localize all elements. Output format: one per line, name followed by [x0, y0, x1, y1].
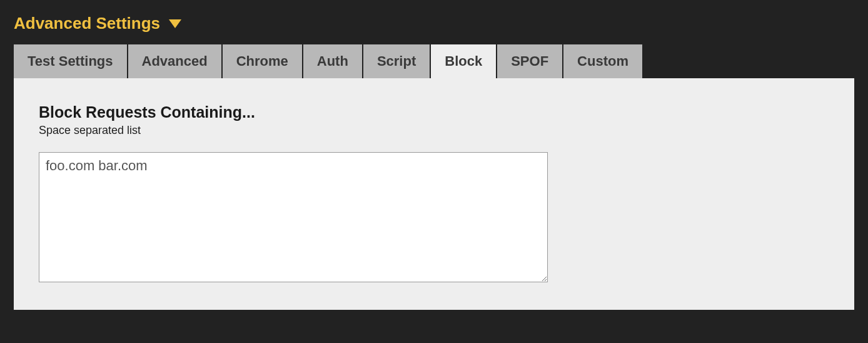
- tab-spof[interactable]: SPOF: [497, 44, 562, 78]
- tab-test-settings[interactable]: Test Settings: [14, 44, 127, 78]
- advanced-settings-toggle[interactable]: Advanced Settings: [14, 14, 854, 33]
- chevron-down-icon: [169, 19, 181, 28]
- tab-content-panel: Block Requests Containing... Space separ…: [14, 78, 854, 310]
- tab-auth[interactable]: Auth: [303, 44, 362, 78]
- tab-custom[interactable]: Custom: [563, 44, 642, 78]
- section-subtitle: Space separated list: [39, 124, 829, 137]
- tabs-bar: Test Settings Advanced Chrome Auth Scrip…: [14, 44, 854, 78]
- section-heading: Block Requests Containing...: [39, 103, 829, 121]
- tab-advanced[interactable]: Advanced: [128, 44, 221, 78]
- tab-block[interactable]: Block: [431, 44, 496, 78]
- tab-script[interactable]: Script: [363, 44, 430, 78]
- tab-chrome[interactable]: Chrome: [223, 44, 302, 78]
- page-title: Advanced Settings: [14, 14, 160, 33]
- block-requests-input[interactable]: [39, 152, 548, 282]
